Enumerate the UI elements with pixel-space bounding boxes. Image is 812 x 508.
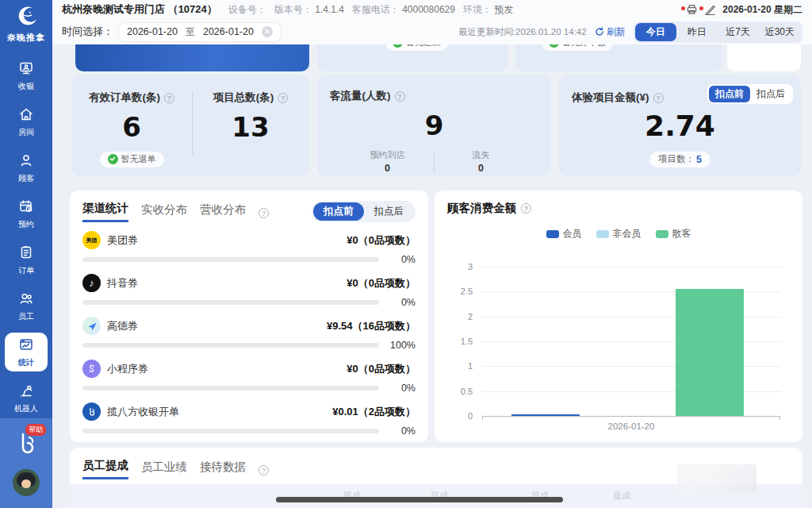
clear-date-icon[interactable]: ✕ [262, 26, 273, 37]
range-yesterday-button[interactable]: 昨日 [676, 23, 718, 41]
cash-register-icon [18, 60, 34, 79]
traffic-card-title: 客流量(人数)? [330, 89, 405, 103]
pen-offline-dot [699, 6, 703, 10]
sidebar-item-label: 订单 [18, 265, 34, 276]
legend-label: 散客 [672, 227, 691, 241]
sidebar-item-robot[interactable]: 机器人 [5, 379, 48, 418]
user-avatar[interactable] [13, 469, 40, 496]
y-axis-tick-label: 1 [468, 361, 473, 371]
sidebar-item-label: 机器人 [14, 403, 38, 414]
sidebar-item-label: 统计 [18, 357, 34, 368]
legend-swatch [596, 230, 609, 238]
orders-value: 6 [71, 111, 192, 143]
axis-tick [779, 417, 780, 420]
chart-bar-散客 [676, 289, 744, 416]
date-range-picker[interactable]: 2026-01-20 至 2026-01-20 ✕ [118, 22, 282, 42]
dashboard-screen: 奈晚推拿 收银 房间 顾客 预约 订单 [0, 0, 812, 508]
sidebar-item-bookings[interactable]: 预约 [5, 194, 48, 233]
chart-plot: 00.511.522.532026-01-20 [482, 267, 780, 416]
partial-card-left[interactable]: 暂无退款 [317, 44, 508, 71]
filterbar: 时间选择： 2026-01-20 至 2026-01-20 ✕ 最近更新时间:2… [52, 19, 812, 44]
help-icon[interactable]: ? [164, 93, 174, 103]
help-icon[interactable]: ? [278, 93, 288, 103]
channel-row-douyin[interactable]: ♪ 抖音券 ¥0（0品项数） 0% [82, 274, 416, 308]
sidebar-item-customers[interactable]: 顾客 [5, 148, 48, 187]
help-button[interactable]: 帮助 [13, 429, 40, 456]
watermark [677, 464, 756, 493]
booked-arrival-label: 预约到店 [341, 149, 434, 161]
legend-item[interactable]: 非会员 [596, 227, 642, 241]
range-30days-button[interactable]: 近30天 [759, 23, 801, 41]
filter-right: 最近更新时间:2026.01.20 14:42 刷新 今日 昨日 近7天 近30… [458, 21, 802, 43]
post-deduction-button[interactable]: 扣点后 [364, 202, 415, 221]
sidebar-item-orders[interactable]: 订单 [5, 241, 48, 279]
topbar: 杭州奈晚测试专用门店 （10724） 设备号： 版本号： 1.4.1.4 客服电… [52, 0, 812, 19]
printer-status-icon[interactable] [686, 4, 698, 15]
stats-chart-icon [18, 337, 34, 356]
partial-card-highlight[interactable] [75, 44, 309, 71]
sidebar-item-rooms[interactable]: 房间 [5, 102, 48, 141]
sidebar-item-label: 房间 [18, 127, 34, 138]
lost-label: 流失 [435, 149, 527, 161]
gridline: 3 [482, 267, 780, 267]
partial-card-right[interactable]: 暂无分下数 [515, 44, 722, 71]
y-axis-tick-label: 0 [468, 411, 473, 421]
help-icon[interactable]: ? [653, 93, 664, 103]
store-name: 杭州奈晚测试专用门店 （10724） [62, 2, 217, 17]
sidebar: 奈晚推拿 收银 房间 顾客 预约 订单 [0, 0, 52, 508]
legend-label: 会员 [563, 227, 582, 241]
sidebar-item-staff[interactable]: 员工 [5, 287, 48, 325]
sidebar-item-cashier[interactable]: 收银 [5, 56, 48, 95]
progress-track [82, 343, 379, 348]
help-icon[interactable]: ? [259, 465, 269, 475]
projects-value: 13 [192, 111, 309, 143]
channel-row-miniprogram[interactable]: 小程序券 ¥0（0品项数） 0% [82, 360, 416, 394]
sidebar-nav: 收银 房间 顾客 预约 订单 员工 [0, 56, 52, 425]
project-count-pill: 项目数：5 [649, 152, 710, 167]
range-today-button[interactable]: 今日 [635, 23, 676, 41]
channel-row-meituan[interactable]: 美团 美团券 ¥0（0品项数） 0% [82, 231, 416, 265]
pen-status-icon[interactable] [704, 4, 716, 15]
legend-item[interactable]: 散客 [656, 227, 691, 241]
date-to[interactable]: 2026-01-20 [203, 26, 254, 37]
tab-channel-stats[interactable]: 渠道统计 [82, 201, 128, 222]
sidebar-item-statistics[interactable]: 统计 [5, 333, 48, 371]
help-icon[interactable]: ? [259, 208, 269, 218]
traffic-card: 客流量(人数)? 9 预约到店 0 流失 0 [317, 75, 551, 176]
orders-card: 有效订单数(条)? 6 暂无退单 项目总数(条)? 13 [71, 75, 309, 176]
post-deduction-button[interactable]: 扣点后 [750, 86, 791, 102]
printer-offline-dot [681, 6, 685, 10]
person-icon [18, 152, 34, 171]
range-7days-button[interactable]: 近7天 [718, 23, 759, 41]
people-icon [18, 291, 34, 310]
calendar-clock-icon [18, 198, 34, 217]
y-axis-tick-label: 0.5 [461, 387, 473, 396]
help-icon[interactable]: ? [395, 91, 405, 102]
gridline: 0 [482, 416, 780, 417]
projects-card-title: 项目总数(条)? [192, 90, 309, 105]
tab-staff-performance[interactable]: 员工业绩 [141, 460, 187, 479]
progress-track [82, 300, 379, 305]
channel-row-lanbafang[interactable]: 揽八方收银开单 ¥0.01（2品项数） 0% [82, 402, 416, 437]
tab-staff-commission[interactable]: 员工提成 [82, 458, 128, 479]
legend-item[interactable]: 会员 [546, 227, 582, 241]
tab-revenue-distribution[interactable]: 营收分布 [200, 202, 246, 221]
content: 暂无退款 暂无分下数 有效订单数(条)? 6 [52, 44, 812, 508]
horizontal-scrollbar[interactable] [276, 497, 563, 502]
tab-actual-revenue[interactable]: 实收分布 [141, 202, 187, 221]
meituan-icon: 美团 [82, 231, 101, 249]
no-refund-badge: 暂无退款 [385, 44, 448, 51]
date-from[interactable]: 2026-01-20 [127, 26, 178, 37]
tab-reception-data[interactable]: 接待数据 [200, 460, 246, 479]
help-icon[interactable]: ? [521, 203, 531, 214]
date-to-label: 至 [186, 25, 195, 39]
pre-deduction-button[interactable]: 扣点前 [313, 202, 364, 221]
refresh-button[interactable]: 刷新 [595, 25, 626, 39]
pre-deduction-button[interactable]: 扣点前 [709, 86, 750, 102]
avatar-face [21, 479, 31, 488]
house-icon [18, 106, 34, 125]
y-axis-tick-label: 1.5 [461, 337, 473, 346]
lanbafang-icon [82, 402, 101, 421]
channel-row-gaode[interactable]: 高德券 ¥9.54（16品项数） 100% [82, 317, 416, 351]
crescent-moon-logo-icon [13, 6, 39, 30]
